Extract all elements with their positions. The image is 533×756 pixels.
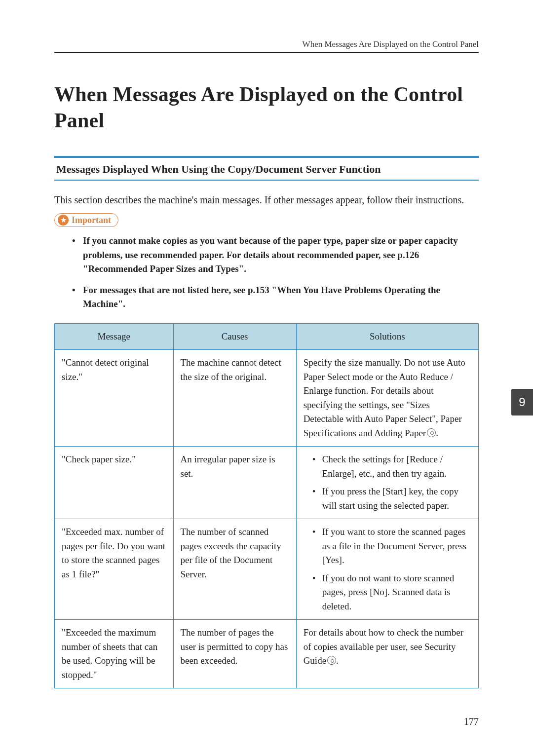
running-head: When Messages Are Displayed on the Contr… — [54, 39, 479, 49]
col-header-causes: Causes — [173, 323, 296, 350]
solutions-item: If you press the [Start] key, the copy w… — [312, 485, 471, 513]
table-row: "Cannot detect original size." The machi… — [55, 350, 479, 447]
cell-message: "Cannot detect original size." — [55, 350, 174, 447]
table-row: "Check paper size." An irregular paper s… — [55, 447, 479, 519]
important-item: If you cannot make copies as you want be… — [72, 234, 479, 276]
solutions-item: If you do not want to store scanned page… — [312, 571, 471, 614]
reference-disc-icon — [327, 656, 336, 665]
messages-table: Message Causes Solutions "Cannot detect … — [54, 323, 479, 689]
col-header-solutions: Solutions — [296, 323, 478, 350]
solutions-item: If you want to store the scanned pages a… — [312, 525, 471, 567]
table-row: "Exceeded the maximum number of sheets t… — [55, 620, 479, 688]
table-row: "Exceeded max. number of pages per file.… — [55, 519, 479, 620]
solutions-list: Check the settings for [Reduce / Enlarge… — [304, 453, 471, 513]
cell-causes: An irregular paper size is set. — [173, 447, 296, 519]
chapter-side-tab: 9 — [511, 389, 533, 416]
running-head-rule — [54, 52, 479, 53]
cell-message: "Check paper size." — [55, 447, 174, 519]
page-title: When Messages Are Displayed on the Contr… — [54, 81, 479, 133]
cell-solutions: Check the settings for [Reduce / Enlarge… — [296, 447, 478, 519]
cell-causes: The number of pages the user is permitte… — [173, 620, 296, 688]
solutions-text: Specify the size manually. Do not use Au… — [304, 357, 465, 438]
solutions-item: Check the settings for [Reduce / Enlarge… — [312, 453, 471, 481]
cell-causes: The number of scanned pages exceeds the … — [173, 519, 296, 620]
section-heading-block: Messages Displayed When Using the Copy/D… — [54, 156, 479, 181]
star-icon: ★ — [58, 215, 69, 226]
cell-causes: The machine cannot detect the size of th… — [173, 350, 296, 447]
table-header-row: Message Causes Solutions — [55, 323, 479, 350]
cell-message: "Exceeded max. number of pages per file.… — [55, 519, 174, 620]
cell-solutions: For details about how to check the numbe… — [296, 620, 478, 688]
section-heading: Messages Displayed When Using the Copy/D… — [56, 163, 477, 176]
section-rule-bottom — [54, 180, 479, 181]
cell-message: "Exceeded the maximum number of sheets t… — [55, 620, 174, 688]
cell-solutions: If you want to store the scanned pages a… — [296, 519, 478, 620]
important-item: For messages that are not listed here, s… — [72, 283, 479, 311]
solutions-list: If you want to store the scanned pages a… — [304, 525, 471, 613]
reference-disc-icon — [427, 428, 436, 437]
cell-solutions: Specify the size manually. Do not use Au… — [296, 350, 478, 447]
section-intro-text: This section describes the machine's mai… — [54, 192, 479, 207]
important-label: Important — [72, 215, 111, 226]
page-number: 177 — [464, 716, 479, 727]
col-header-message: Message — [55, 323, 174, 350]
important-list: If you cannot make copies as you want be… — [54, 234, 479, 311]
important-badge: ★ Important — [54, 213, 118, 227]
